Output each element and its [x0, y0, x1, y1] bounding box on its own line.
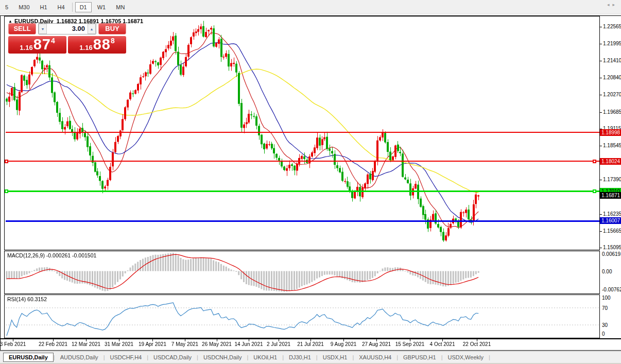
price-line-label: 1.16007: [600, 217, 621, 224]
rsi-indicator-pane[interactable]: RSI(14) 60.3152: [4, 294, 600, 338]
price-tick-label: 1.15665: [603, 228, 621, 234]
price-line-label: 1.16871: [600, 192, 621, 199]
chart-tab-usdchf-h4[interactable]: USDCHF,H4: [105, 353, 147, 362]
price-tick-mark: [600, 180, 602, 180]
volume-decrease-button[interactable]: ▼: [39, 24, 47, 34]
price-tick-label: 1.20840: [603, 75, 621, 80]
tab-divider: |: [489, 354, 490, 360]
timeframe-button-d1[interactable]: D1: [75, 2, 92, 12]
volume-increase-button[interactable]: ▲: [88, 24, 96, 34]
sell-price-sup: 4: [51, 37, 55, 45]
price-chart-pane[interactable]: ▲EURUSD,Daily 1.16832 1.16891 1.16705 1.…: [4, 16, 600, 250]
date-label: 22 Feb 2021: [39, 341, 67, 347]
indicator-axis-label: -0.00762: [602, 287, 621, 292]
chart-tab-dj30-h1[interactable]: DJ30,H1: [284, 353, 316, 362]
price-tick-mark: [600, 248, 602, 248]
date-label: 14 Jun 2021: [234, 341, 263, 347]
sell-price-display[interactable]: 1.16 87 4: [8, 36, 66, 54]
buy-button[interactable]: BUY: [98, 23, 126, 34]
price-tick-label: 1.22565: [603, 24, 621, 29]
timeframe-button-h1[interactable]: H1: [36, 2, 52, 12]
date-label: 19 Apr 2021: [139, 341, 166, 347]
chart-tab-gbpusd-h1[interactable]: GBPUSD,H1: [398, 353, 441, 362]
date-label: 12 Mar 2021: [72, 341, 100, 347]
price-tick-mark: [600, 112, 602, 113]
price-tick-label: 1.21410: [603, 58, 621, 63]
chart-window: ▲EURUSD,Daily 1.16832 1.16891 1.16705 1.…: [0, 15, 621, 351]
macd-label: MACD(12,26,9) -0.000261 -0.001501: [7, 252, 96, 258]
tab-scroll-left-icon[interactable]: ◂: [607, 2, 613, 7]
price-tick-mark: [600, 61, 602, 61]
price-tick-label: 1.17390: [603, 177, 621, 182]
chart-tab-ukoil-h1[interactable]: UKOil,H1: [248, 353, 282, 362]
volume-input[interactable]: 3.00: [47, 24, 88, 34]
price-line-label: 1.18024: [600, 158, 621, 165]
chart-tab-bar: EURUSD,Daily|AUDUSD,Daily|USDCHF,H4|USDC…: [0, 351, 621, 363]
price-line-label: 1.18998: [600, 129, 621, 136]
indicator-axis-label: 70: [602, 305, 608, 311]
chart-tab-usdx-weekly[interactable]: USDX,Weekly: [443, 353, 489, 362]
date-label: 21 Jul 2021: [297, 341, 324, 347]
date-label: 27 Aug 2021: [362, 341, 391, 347]
date-label: 2 Jul 2021: [267, 341, 290, 347]
rsi-canvas[interactable]: [5, 295, 599, 338]
timeframe-button-h4[interactable]: H4: [53, 2, 70, 12]
price-tick-mark: [600, 146, 602, 146]
indicator-axis-label: 0.00: [602, 269, 612, 274]
date-label: 9 Aug 2021: [331, 341, 357, 347]
date-label: 26 May 2021: [202, 341, 232, 347]
trendline-handle[interactable]: [5, 189, 8, 193]
trendline-handle[interactable]: [593, 189, 596, 193]
buy-price-display[interactable]: 1.16 88 8: [68, 36, 126, 54]
date-label: 22 Oct 2021: [463, 341, 491, 347]
price-tick-mark: [600, 231, 602, 232]
timeframe-button-m30[interactable]: M30: [14, 2, 34, 12]
price-tick-label: 1.15095: [603, 245, 621, 250]
date-label: 7 May 2021: [171, 341, 198, 347]
trading-terminal: 5M30H1H4D1W1MN ▲EURUSD,Daily 1.16832 1.1…: [0, 0, 621, 364]
price-tick-label: 1.19685: [603, 109, 621, 115]
tab-scroll-arrows[interactable]: ◂▸: [607, 2, 618, 7]
chart-tab-eurusd-daily[interactable]: EURUSD,Daily: [3, 353, 54, 362]
timeframe-toolbar: 5M30H1H4D1W1MN: [0, 0, 621, 14]
chart-tab-xauusd-h4[interactable]: XAUUSD,H4: [354, 353, 396, 362]
chart-tab-audusd-daily[interactable]: AUDUSD,Daily: [55, 353, 104, 362]
price-tick-label: 1.20270: [603, 92, 621, 97]
timeframe-button-mn[interactable]: MN: [111, 2, 129, 12]
timeframe-button-5[interactable]: 5: [1, 2, 13, 12]
price-axis: 1.225651.219951.214101.208401.202701.196…: [600, 16, 621, 338]
price-tick-mark: [600, 78, 602, 78]
price-tick-mark: [600, 27, 602, 27]
indicator-axis-label: 100: [602, 295, 611, 301]
price-tick-label: 1.16235: [603, 211, 621, 217]
trendline-handle[interactable]: [5, 160, 8, 163]
date-label: 4 Oct 2021: [430, 341, 455, 347]
chart-tab-usdcad-daily[interactable]: USDCAD,Daily: [148, 353, 197, 362]
indicator-axis-label: 0: [602, 331, 605, 337]
sell-price-prefix: 1.16: [20, 44, 32, 51]
date-axis: 3 Feb 202122 Feb 202112 Mar 202131 Mar 2…: [1, 338, 621, 350]
one-click-trade-panel: SELL ▼ 3.00 ▲ BUY 1.16 87 4 1.16: [8, 23, 126, 54]
rsi-label: RSI(14) 60.3152: [7, 296, 47, 302]
trendline-handle[interactable]: [593, 160, 596, 163]
sell-price-big: 87: [33, 36, 51, 53]
price-tick-label: 1.18545: [603, 143, 621, 148]
price-tick-label: 1.21995: [603, 41, 621, 46]
indicator-axis-label: 30: [602, 322, 608, 328]
timeframe-button-w1[interactable]: W1: [93, 2, 111, 12]
tab-scroll-right-icon[interactable]: ▸: [612, 2, 618, 7]
date-label: 31 Mar 2021: [105, 341, 133, 347]
indicator-axis-label: 0.006193: [602, 251, 621, 257]
price-tick-mark: [600, 214, 602, 215]
date-label: 3 Feb 2021: [0, 341, 26, 347]
sell-button[interactable]: SELL: [8, 23, 36, 34]
chart-tab-usdx-h1[interactable]: USDX,H1: [318, 353, 353, 362]
chart-tab-usdcnh-daily[interactable]: USDCNH,Daily: [198, 353, 247, 362]
macd-indicator-pane[interactable]: MACD(12,26,9) -0.000261 -0.001501: [4, 251, 600, 294]
buy-price-big: 88: [93, 36, 111, 53]
price-tick-mark: [600, 44, 602, 44]
volume-spinner: ▼ 3.00 ▲: [38, 23, 96, 34]
buy-price-prefix: 1.16: [79, 44, 92, 51]
toolbar-separator: [72, 3, 73, 12]
price-tick-mark: [600, 95, 602, 95]
